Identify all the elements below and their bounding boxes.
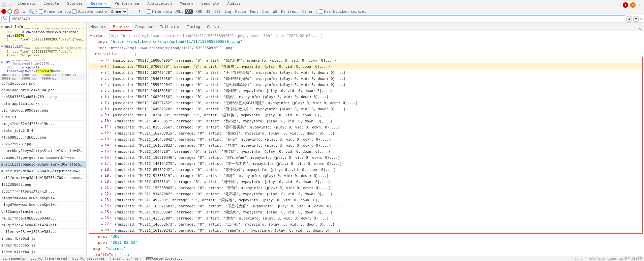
file-item[interactable]: pingd?dm=www.kuwo.cn&pvi=... [0,195,86,202]
expand-item7[interactable] [100,100,104,106]
expand-data-arrow[interactable] [89,33,93,39]
file-item[interactable]: hm.js?cdb524f42f0ce19b... [0,121,86,127]
file-item[interactable]: s.gif?r=https%3A%2F%2F... [0,188,86,195]
file-item[interactable]: qc4cdotcboum.png [0,80,86,87]
expand-item26[interactable] [100,215,104,221]
expand-musiclist-arrow[interactable] [93,51,98,57]
expand-item3[interactable] [100,76,104,82]
file-item[interactable]: download_grey.e14b104.png [0,87,86,94]
tab-preview[interactable]: Preview [110,23,132,31]
expand-icon-3[interactable]: ▶ [1,60,4,64]
tab-performance[interactable]: Performance [111,0,143,8]
search-result-url[interactable]: ▶ url — www.kuwo.cn/url?format=mp3&rid=1… [0,58,86,74]
file-item[interactable]: hm.gif?cc=1&ck=1&cl=24-bit... [0,222,86,229]
expand-item23[interactable] [100,197,104,203]
search-button[interactable]: 🔍 [28,8,34,14]
record-button[interactable] [1,9,6,14]
doc-filter-btn[interactable]: Doc [261,9,270,13]
expand-item8[interactable] [100,106,104,112]
file-item[interactable]: UrlChangeTracker.js [0,208,86,215]
expand-item0[interactable] [100,57,104,63]
clear-button[interactable]: 🚫 [13,8,20,14]
expand-item11[interactable] [100,124,104,130]
download-icon[interactable]: ⬇ [136,8,143,14]
file-item[interactable]: index.05cccb5.js [0,242,86,249]
tab-sources[interactable]: Sources [63,0,87,8]
search-result-musicinfo[interactable]: ▶ musicInfo — www.kuwo.cn/api/www/music/… [0,23,86,42]
expand-item20[interactable] [100,179,104,185]
tab-memory[interactable]: Memory [176,0,197,8]
expand-item16[interactable] [100,154,104,161]
expand-item12[interactable] [100,130,104,136]
expand-item24[interactable] [100,203,104,209]
filter-button[interactable]: ⚙ [21,8,27,14]
preserve-log-checkbox[interactable] [39,9,43,14]
tab-security[interactable]: Security [197,0,223,8]
css-filter-btn[interactable]: CSS [213,9,222,13]
search-next-button[interactable]: ▼ [633,16,639,22]
file-item[interactable]: pingd?dm=www.kuwo.cn&pvi=... [0,202,86,208]
upload-icon[interactable]: ⬆ [129,8,135,14]
file-item[interactable]: index.d17efb4.js [0,249,86,256]
expand-item13[interactable] [100,136,104,142]
tab-cookies[interactable]: Cookies [204,23,226,31]
file-item[interactable]: comment?type=get_rec_comment&f=web... [0,154,86,161]
js-filter-btn[interactable]: JS [205,9,212,13]
expand-item1[interactable] [100,63,104,69]
file-item[interactable]: searchKey?key=&httpsStatus=1&reqld=428d.… [0,148,86,154]
img-filter-btn[interactable]: Img [223,9,233,13]
detail-close-button[interactable]: ✕ [636,26,644,31]
expand-item2[interactable] [100,69,104,76]
file-item[interactable]: 1612305685.png [0,181,86,188]
has-blocked-cookies-label[interactable]: Has blocked cookies [319,9,367,14]
match-case-button[interactable]: Aa [1,16,8,21]
file-item[interactable]: 2026229928.jpg [0,141,86,148]
hide-data-urls-checkbox[interactable] [147,9,151,14]
expand-icon-2[interactable]: ▶ [1,45,3,48]
tab-console[interactable]: Console [39,0,63,8]
search-result-musiclist[interactable]: ▶ musicList — www.kuwo.cn/api/www/bang/b… [0,42,86,58]
tab-elements[interactable]: Elements [13,0,39,8]
file-item[interactable]: collectv=1&_v=j87&a=381... [0,229,86,235]
file-item[interactable]: url?format=mp3&rid=156768470&response=..… [0,175,86,181]
file-item[interactable]: push.js [0,114,86,121]
expand-item22[interactable] [100,191,104,197]
search-close-button[interactable]: ✕ [640,16,643,21]
expand-item6[interactable] [100,94,104,100]
preserve-log-label[interactable]: Preserve log [39,9,71,14]
hide-data-urls-label[interactable]: Hide data URLs [147,9,184,14]
devtools-undock-icon[interactable]: ⬚ [7,2,13,8]
search-input[interactable] [9,16,625,22]
file-item[interactable]: data:application/x-... [0,100,86,107]
file-item[interactable]: bcb35d33836add51d789...png [0,94,86,100]
all-filter-btn[interactable]: All [185,9,193,14]
file-item[interactable]: 4f768883...fdb050.png [0,134,86,141]
file-item-musiclist[interactable]: musicList?bangId=93&pn=1&rn=30&httpsStat… [0,161,86,168]
expand-item28[interactable] [100,227,104,233]
disable-cache-label[interactable]: Disable cache [72,9,106,14]
expand-item19[interactable] [100,173,104,179]
expand-item17[interactable] [100,161,104,167]
devtools-menu-icon[interactable]: ⬜ [1,2,7,8]
file-item[interactable]: musicInfo?mid=156768470&httpsStatus=1... [0,168,86,175]
file-item[interactable]: index.fb700cd.js [0,235,86,242]
expand-item9[interactable] [100,112,104,118]
file-item[interactable]: hm.gif?hca=F0E8C9E6034A... [0,215,86,222]
throttle-select[interactable]: Online [108,8,128,14]
expand-item21[interactable] [100,185,104,191]
expand-item14[interactable] [100,142,104,148]
file-item[interactable]: pic_lockbg.909d997.png [0,107,86,114]
expand-item27[interactable] [100,221,104,227]
tab-audits[interactable]: Audits [223,0,245,8]
tab-timing[interactable]: Timing [183,23,204,31]
tab-network[interactable]: Network [87,0,111,8]
devtools-settings-icon[interactable]: ⋮ [638,3,642,8]
stop-button[interactable] [7,9,12,14]
expand-item25[interactable] [100,209,104,215]
search-prev-button[interactable]: ▲ [626,16,632,22]
expand-item4[interactable] [100,82,104,88]
expand-item10[interactable] [100,118,104,124]
expand-item15[interactable] [100,148,104,154]
tab-application[interactable]: Application [143,0,176,8]
other-filter-btn[interactable]: Other [301,9,314,13]
